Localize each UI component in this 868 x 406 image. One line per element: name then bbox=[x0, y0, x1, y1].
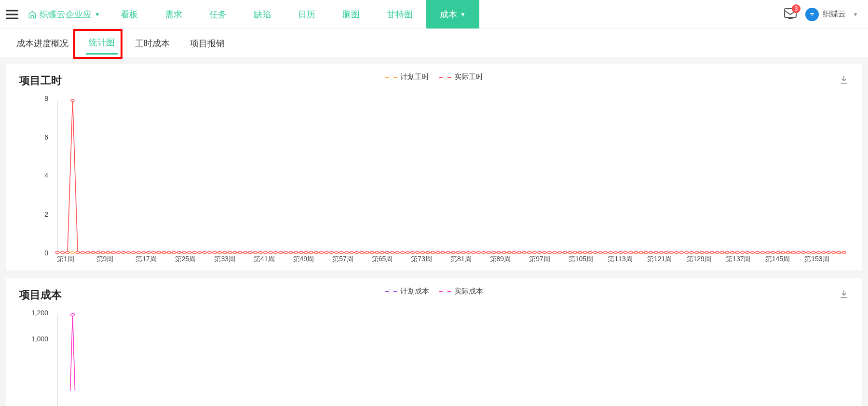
svg-point-276 bbox=[654, 252, 658, 254]
svg-point-243 bbox=[487, 252, 490, 254]
svg-point-203 bbox=[284, 252, 287, 254]
svg-point-304 bbox=[797, 252, 800, 254]
svg-point-277 bbox=[660, 252, 663, 254]
nav-home[interactable]: 织蝶云企业应 ▼ bbox=[24, 0, 107, 28]
svg-point-230 bbox=[421, 252, 424, 254]
x-tick: 第145周 bbox=[765, 255, 805, 267]
nav-gantt[interactable]: 甘特图 bbox=[373, 0, 426, 28]
svg-point-254 bbox=[543, 252, 546, 254]
nav-kanban[interactable]: 看板 bbox=[107, 0, 151, 28]
svg-point-307 bbox=[812, 252, 815, 254]
svg-point-287 bbox=[710, 252, 714, 254]
user-name: 织蝶云 bbox=[823, 9, 846, 19]
svg-point-182 bbox=[177, 252, 181, 254]
svg-point-257 bbox=[558, 252, 561, 254]
x-tick: 第89周 bbox=[490, 255, 529, 267]
svg-point-231 bbox=[426, 252, 430, 254]
chart-project-hours: 02468 第1周第9周第17周第25周第33周第41周第49周第57周第65周… bbox=[19, 98, 849, 267]
legend-marker-icon bbox=[439, 291, 451, 292]
svg-point-165 bbox=[91, 252, 95, 254]
svg-point-238 bbox=[461, 252, 465, 254]
top-right: 3 织蝶云 ▼ bbox=[784, 8, 858, 21]
y-axis: 02468 bbox=[19, 98, 53, 253]
svg-point-297 bbox=[761, 252, 764, 254]
legend-marker-icon bbox=[385, 291, 397, 292]
svg-point-189 bbox=[213, 252, 217, 254]
svg-point-302 bbox=[787, 252, 790, 254]
svg-point-311 bbox=[832, 252, 835, 254]
svg-point-207 bbox=[304, 252, 308, 254]
hamburger-icon bbox=[6, 10, 18, 19]
y-tick: 2 bbox=[44, 210, 48, 218]
svg-point-270 bbox=[624, 252, 627, 254]
menu-toggle-button[interactable] bbox=[0, 10, 24, 19]
subtab-reimburse[interactable]: 项目报销 bbox=[187, 33, 228, 54]
nav-mindmap[interactable]: 脑图 bbox=[329, 0, 373, 28]
svg-point-268 bbox=[614, 252, 617, 254]
svg-point-289 bbox=[720, 252, 724, 254]
download-button[interactable] bbox=[839, 289, 849, 301]
x-tick: 第153周 bbox=[804, 255, 844, 267]
svg-point-303 bbox=[791, 252, 795, 254]
svg-point-314 bbox=[71, 313, 75, 316]
svg-point-280 bbox=[675, 252, 678, 254]
svg-point-191 bbox=[223, 252, 227, 254]
svg-point-265 bbox=[598, 252, 602, 254]
legend-actual-cost[interactable]: 实际成本 bbox=[439, 287, 483, 296]
svg-point-215 bbox=[345, 252, 348, 254]
svg-point-299 bbox=[771, 252, 774, 254]
svg-point-226 bbox=[401, 252, 404, 254]
svg-point-290 bbox=[725, 252, 729, 254]
svg-point-205 bbox=[294, 252, 298, 254]
user-menu[interactable]: 织蝶云 ▼ bbox=[805, 8, 858, 21]
svg-point-261 bbox=[578, 252, 582, 254]
nav-cost[interactable]: 成本▼ bbox=[426, 0, 479, 28]
svg-point-258 bbox=[563, 252, 567, 254]
svg-point-199 bbox=[264, 252, 267, 254]
card-title: 项目成本 bbox=[19, 288, 62, 302]
legend-plan-hours[interactable]: 计划工时 bbox=[385, 72, 429, 82]
svg-point-300 bbox=[776, 252, 780, 254]
x-tick: 第17周 bbox=[136, 255, 175, 267]
svg-point-162 bbox=[76, 252, 80, 254]
svg-point-206 bbox=[299, 252, 302, 254]
download-button[interactable] bbox=[839, 75, 849, 86]
svg-point-166 bbox=[96, 252, 100, 254]
svg-point-198 bbox=[258, 252, 262, 254]
svg-point-313 bbox=[842, 252, 845, 254]
svg-point-301 bbox=[781, 252, 785, 254]
svg-point-212 bbox=[330, 252, 333, 254]
nav-tasks[interactable]: 任务 bbox=[196, 0, 240, 28]
svg-point-196 bbox=[248, 252, 252, 254]
svg-point-308 bbox=[817, 252, 820, 254]
svg-point-176 bbox=[147, 252, 150, 254]
svg-point-252 bbox=[533, 252, 536, 254]
svg-point-220 bbox=[370, 252, 374, 254]
svg-point-209 bbox=[314, 252, 318, 254]
download-icon bbox=[839, 289, 849, 299]
svg-point-275 bbox=[650, 252, 653, 254]
svg-point-253 bbox=[538, 252, 541, 254]
inbox-button[interactable]: 3 bbox=[784, 8, 797, 21]
svg-point-249 bbox=[517, 252, 521, 254]
legend-actual-hours[interactable]: 实际工时 bbox=[439, 72, 483, 82]
plot-svg bbox=[57, 315, 844, 406]
card-title: 项目工时 bbox=[19, 73, 62, 88]
nav-defects[interactable]: 缺陷 bbox=[240, 0, 285, 28]
subtab-stats[interactable]: 统计图 bbox=[86, 32, 118, 55]
nav-home-label: 织蝶云企业应 bbox=[40, 9, 92, 20]
nav-calendar[interactable]: 日历 bbox=[285, 0, 329, 28]
svg-point-161 bbox=[71, 99, 74, 102]
subtab-overview[interactable]: 成本进度概况 bbox=[14, 33, 71, 54]
x-tick: 第49周 bbox=[293, 255, 333, 267]
svg-point-174 bbox=[137, 252, 140, 254]
legend-plan-cost[interactable]: 计划成本 bbox=[385, 287, 429, 296]
nav-requirements[interactable]: 需求 bbox=[151, 0, 196, 28]
svg-point-250 bbox=[522, 252, 526, 254]
subtab-hours-cost[interactable]: 工时成本 bbox=[132, 33, 173, 54]
svg-point-237 bbox=[457, 252, 460, 254]
svg-point-236 bbox=[451, 252, 455, 254]
y-tick: 1,200 bbox=[31, 309, 48, 317]
svg-point-263 bbox=[588, 252, 592, 254]
svg-point-267 bbox=[609, 252, 612, 254]
